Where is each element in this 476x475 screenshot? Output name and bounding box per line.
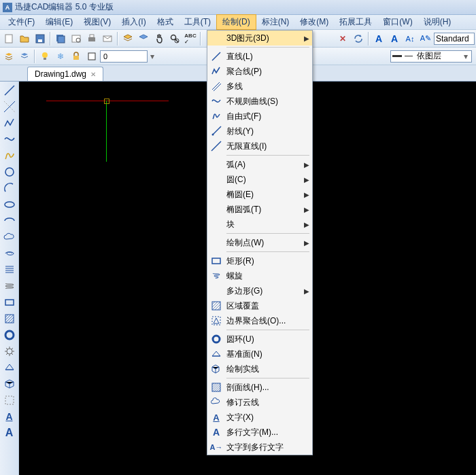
mline-icon [210,80,222,92]
solid-tool-icon[interactable] [2,376,17,391]
plane-tool-icon[interactable] [2,360,17,375]
text-style-icon[interactable]: A↕ [403,31,418,46]
menu-item-16[interactable]: 绘制点(W)▶ [207,235,312,250]
blank-icon [210,236,222,249]
gear-tool-icon[interactable] [2,344,17,359]
menu-extend[interactable]: 拓展工具 [334,15,377,29]
bylayer-combo[interactable]: 依图层 ▾ [390,50,472,63]
toolbar-separator [50,32,51,46]
menu-item-30[interactable]: A文字(X) [207,410,312,425]
bulb-icon[interactable] [37,49,52,64]
save-icon[interactable] [33,31,48,46]
layers2-icon[interactable] [17,49,32,64]
menu-view[interactable]: 视图(V) [78,15,116,29]
menu-item-29[interactable]: 修订云线 [207,395,312,410]
print-icon[interactable] [84,31,99,46]
abc-icon[interactable]: ABC✓ [183,31,198,46]
menu-item-31[interactable]: A多行文字(M)... [207,425,312,440]
text-A2-icon[interactable]: A [387,31,402,46]
menu-item-0[interactable]: 3D图元(3D)▶ [207,31,312,46]
text-edit-icon[interactable]: A✎ [418,31,433,46]
layer-input[interactable] [100,50,148,63]
line-tool-icon[interactable] [2,83,17,98]
menu-item-25[interactable]: 基准面(N) [207,347,312,362]
coil-tool-icon[interactable] [2,279,17,294]
ellipsearc-tool-icon[interactable] [2,213,17,228]
menu-item-26[interactable]: 绘制实线 [207,362,312,376]
menu-dimension[interactable]: 标注(N) [256,15,295,29]
close-x-icon[interactable]: ✕ [335,31,350,46]
hatch-tool-icon[interactable] [2,311,17,326]
rect-tool-icon[interactable] [2,295,17,310]
email-icon[interactable] [100,31,115,46]
menu-item-label: 弧(A) [226,159,245,171]
region-tool-icon[interactable] [2,393,17,408]
print-preview-icon[interactable] [69,31,84,46]
freehand-tool-icon[interactable] [2,148,17,163]
menu-item-28[interactable]: 剖面线(H)... [207,380,312,395]
style-combo[interactable]: Standard [434,33,475,45]
snowflake-icon[interactable]: ❄ [53,49,68,64]
find-icon[interactable] [167,31,182,46]
menu-item-22[interactable]: 边界聚合线(O)... [207,313,312,328]
circle-tool-icon[interactable] [2,164,17,179]
menu-item-2[interactable]: 直线(L) [207,49,312,64]
menu-item-3[interactable]: 聚合线(P) [207,64,312,79]
textA-tool-icon[interactable]: A [2,409,17,424]
arc-tool-icon[interactable] [2,181,17,196]
text-A-icon[interactable]: A [371,31,386,46]
blank-icon [210,203,222,215]
layer-mgr-icon[interactable] [136,31,151,46]
pan-icon[interactable] [152,31,167,46]
layer-dropdown-arrow[interactable]: ▾ [148,52,156,61]
donut-tool-icon[interactable] [2,328,17,342]
menu-item-20[interactable]: 多边形(G)▶ [207,283,312,298]
helix-tool-icon[interactable] [2,246,17,261]
menu-item-11[interactable]: 圆(C)▶ [207,172,312,187]
menu-item-10[interactable]: 弧(A)▶ [207,157,312,172]
menu-insert[interactable]: 插入(I) [116,15,151,29]
color-box-icon[interactable] [84,49,99,64]
spline-tool-icon[interactable] [2,132,17,147]
txt2m-icon: A→ [210,441,222,453]
open-icon[interactable] [17,31,32,46]
menu-format[interactable]: 格式 [152,15,179,29]
menu-item-18[interactable]: 矩形(R) [207,253,312,268]
menu-file[interactable]: 文件(F) [3,15,40,29]
menu-item-5[interactable]: 不规则曲线(S) [207,94,312,109]
lock-icon[interactable] [69,49,84,64]
refresh-icon[interactable] [351,31,366,46]
menu-item-8[interactable]: 无限直线(I) [207,139,312,154]
layer-icon[interactable] [120,31,135,46]
xline-tool-icon[interactable] [2,99,17,114]
menu-item-13[interactable]: 椭圆弧(T)▶ [207,202,312,217]
document-tab[interactable]: Drawing1.dwg ✕ [27,67,103,81]
textA2-tool-icon[interactable]: A [2,425,17,440]
layers-icon[interactable] [1,49,16,64]
menu-item-21[interactable]: 区域覆盖 [207,298,312,313]
menu-draw[interactable]: 绘制(D) [216,14,256,30]
menu-item-6[interactable]: 自由式(F) [207,109,312,124]
menu-item-7[interactable]: 射线(Y) [207,124,312,139]
menu-item-4[interactable]: 多线 [207,79,312,94]
ellipse-tool-icon[interactable] [2,197,17,212]
menu-item-label: 椭圆弧(T) [226,204,261,215]
menu-item-label: 多线 [226,81,243,92]
menu-modify[interactable]: 修改(M) [294,15,334,29]
menu-item-14[interactable]: 块▶ [207,217,312,232]
menu-window[interactable]: 窗口(W) [377,15,418,29]
tab-close-icon[interactable]: ✕ [90,71,96,78]
new-icon[interactable] [1,31,16,46]
menu-item-19[interactable]: 螺旋 [207,268,312,283]
menu-edit[interactable]: 编辑(E) [40,15,78,29]
spring-tool-icon[interactable] [2,262,17,277]
cloud-tool-icon[interactable] [2,230,17,245]
menu-help[interactable]: 说明(H) [418,15,457,29]
polyline-tool-icon[interactable] [2,116,17,130]
menu-item-12[interactable]: 椭圆(E)▶ [207,187,312,202]
menu-item-32[interactable]: A→文字到多行文字 [207,440,312,455]
saveall-icon[interactable] [53,31,68,46]
svg-rect-2 [38,39,42,42]
menu-item-24[interactable]: 圆环(U) [207,332,312,347]
menu-tools[interactable]: 工具(T) [179,15,216,29]
